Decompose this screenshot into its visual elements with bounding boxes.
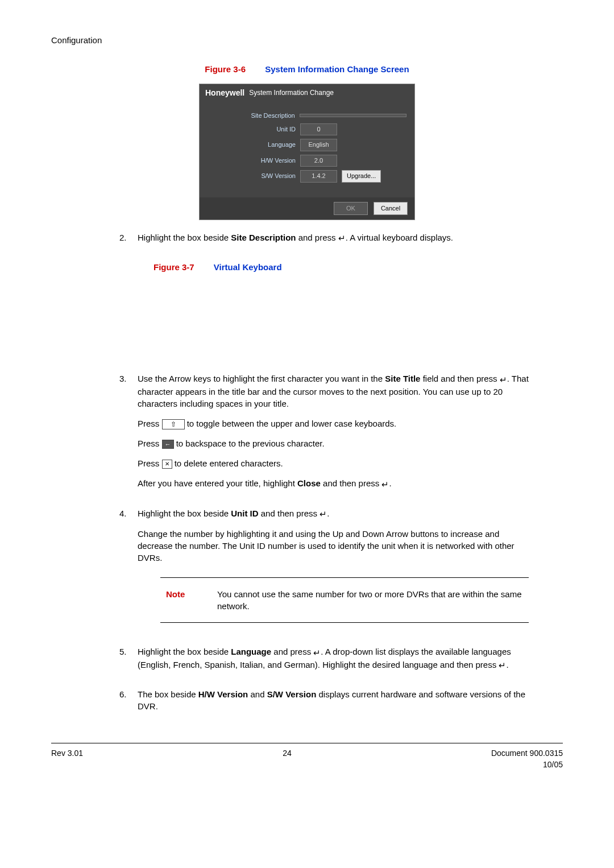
enter-icon	[313, 647, 321, 659]
ok-button[interactable]: OK	[334, 202, 368, 215]
field-sw-version: 1.4.2	[300, 170, 337, 182]
step-number: 3.	[119, 373, 138, 498]
step-3-p5: After you have entered your title, highl…	[138, 477, 529, 490]
shift-key-icon	[162, 419, 185, 429]
step-4: 4. Highlight the box beside Unit ID and …	[119, 507, 529, 637]
enter-icon	[381, 478, 389, 490]
label-language: Language	[208, 140, 296, 149]
backspace-key-icon	[162, 440, 174, 449]
figure-3-7-caption: Figure 3-7 Virtual Keyboard	[154, 261, 529, 273]
page-header: Configuration	[51, 34, 563, 46]
screenshot-footer: OK Cancel	[200, 197, 414, 220]
footer-date: 10/05	[491, 759, 563, 771]
page-footer: Rev 3.01 24 Document 900.0315 10/05	[51, 743, 563, 770]
step-3-p1: Use the Arrow keys to highlight the firs…	[138, 373, 529, 410]
step-number: 4.	[119, 507, 138, 637]
step-4-p2: Change the number by highlighting it and…	[138, 528, 529, 564]
step-5-text: Highlight the box beside Language and pr…	[138, 646, 529, 671]
figure-number: Figure 3-7	[154, 262, 194, 272]
step-number: 6.	[119, 688, 138, 720]
figure-3-6-caption: Figure 3-6 System Information Change Scr…	[51, 63, 563, 75]
note-label: Note	[166, 588, 200, 612]
note-block: Note You cannot use the same number for …	[160, 577, 529, 623]
row-hw-version: H/W Version 2.0	[208, 155, 406, 167]
window-title: System Information Change	[249, 88, 334, 98]
row-language: Language English	[208, 139, 406, 151]
label-sw-version: S/W Version	[208, 172, 296, 180]
row-sw-version: S/W Version 1.4.2 Upgrade...	[208, 170, 406, 182]
label-hw-version: H/W Version	[208, 156, 296, 165]
note-text: You cannot use the same number for two o…	[217, 588, 523, 612]
figure-title: Virtual Keyboard	[214, 262, 282, 272]
step-4-p1: Highlight the box beside Unit ID and the…	[138, 507, 529, 520]
figure-title: System Information Change Screen	[265, 64, 409, 74]
delete-key-icon	[162, 460, 172, 469]
section-title: Configuration	[51, 35, 102, 45]
label-site-description: Site Description	[208, 111, 295, 120]
enter-icon	[500, 374, 507, 386]
figure-number: Figure 3-6	[205, 64, 246, 74]
screenshot-body: Site Description Unit ID 0 Language Engl…	[200, 102, 414, 197]
step-3-p3: Press to backspace to the previous chara…	[138, 437, 529, 449]
step-2-text: Highlight the box beside Site Descriptio…	[138, 232, 529, 245]
step-6-text: The box beside H/W Version and S/W Versi…	[138, 688, 529, 712]
row-site-description: Site Description	[208, 111, 406, 120]
step-6: 6. The box beside H/W Version and S/W Ve…	[119, 688, 529, 720]
brand-label: Honeywell	[205, 88, 244, 99]
enter-icon	[338, 232, 346, 244]
field-site-description[interactable]	[300, 114, 406, 117]
footer-right: Document 900.0315 10/05	[491, 748, 563, 770]
instruction-list: 2. Highlight the box beside Site Descrip…	[119, 232, 529, 720]
cancel-button[interactable]: Cancel	[374, 202, 408, 215]
step-3-p2: Press to toggle between the upper and lo…	[138, 418, 529, 429]
virtual-keyboard-placeholder	[119, 282, 529, 373]
enter-icon	[320, 508, 327, 520]
upgrade-button[interactable]: Upgrade...	[342, 170, 381, 182]
step-3-p4: Press to delete entered characters.	[138, 457, 529, 469]
footer-doc: Document 900.0315	[491, 748, 563, 759]
label-unit-id: Unit ID	[208, 125, 296, 134]
step-number: 5.	[119, 646, 138, 679]
field-hw-version: 2.0	[300, 155, 337, 167]
footer-rev: Rev 3.01	[51, 748, 83, 770]
step-3: 3. Use the Arrow keys to highlight the f…	[119, 373, 529, 498]
field-unit-id[interactable]: 0	[300, 123, 337, 135]
step-5: 5. Highlight the box beside Language and…	[119, 646, 529, 679]
enter-icon	[499, 659, 506, 671]
field-language[interactable]: English	[300, 139, 337, 151]
step-2: 2. Highlight the box beside Site Descrip…	[119, 232, 529, 253]
footer-page: 24	[283, 748, 292, 770]
screenshot-titlebar: Honeywell System Information Change	[200, 84, 414, 102]
system-info-change-screenshot: Honeywell System Information Change Site…	[199, 84, 415, 220]
step-number: 2.	[119, 232, 138, 253]
row-unit-id: Unit ID 0	[208, 123, 406, 135]
